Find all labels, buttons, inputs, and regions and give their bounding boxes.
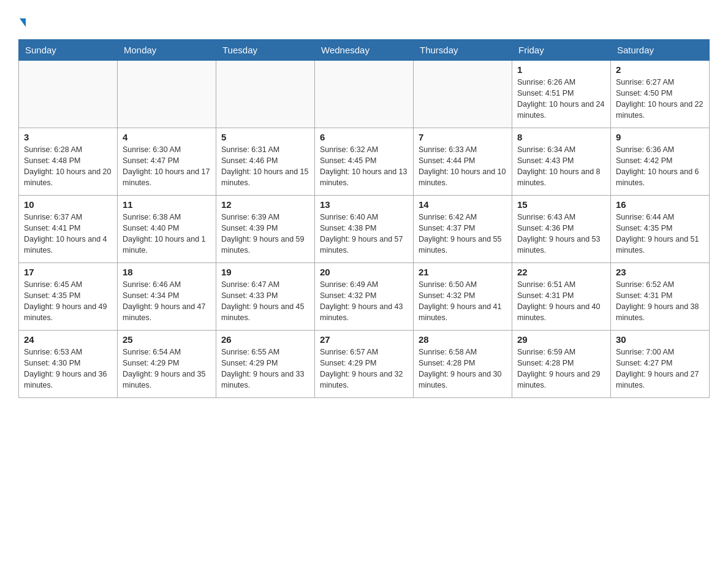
logo-triangle-icon: [20, 18, 26, 27]
day-info: Sunrise: 7:00 AM Sunset: 4:27 PM Dayligh…: [616, 347, 704, 391]
calendar-cell: 10Sunrise: 6:37 AM Sunset: 4:41 PM Dayli…: [19, 196, 118, 263]
day-number: 30: [616, 334, 704, 345]
calendar-cell: 7Sunrise: 6:33 AM Sunset: 4:44 PM Daylig…: [414, 128, 512, 196]
day-info: Sunrise: 6:36 AM Sunset: 4:42 PM Dayligh…: [616, 144, 704, 189]
calendar-cell: [414, 61, 512, 128]
col-header-saturday: Saturday: [611, 40, 710, 61]
calendar-cell: 6Sunrise: 6:32 AM Sunset: 4:45 PM Daylig…: [315, 128, 414, 196]
calendar-cell: 11Sunrise: 6:38 AM Sunset: 4:40 PM Dayli…: [118, 196, 216, 263]
day-number: 16: [616, 199, 704, 210]
col-header-thursday: Thursday: [414, 40, 512, 61]
day-info: Sunrise: 6:44 AM Sunset: 4:35 PM Dayligh…: [616, 212, 704, 256]
calendar-cell: [118, 61, 216, 128]
calendar-cell: 20Sunrise: 6:49 AM Sunset: 4:32 PM Dayli…: [315, 263, 414, 331]
calendar-cell: 8Sunrise: 6:34 AM Sunset: 4:43 PM Daylig…: [512, 128, 611, 196]
day-info: Sunrise: 6:49 AM Sunset: 4:32 PM Dayligh…: [320, 279, 408, 324]
calendar-cell: 4Sunrise: 6:30 AM Sunset: 4:47 PM Daylig…: [118, 128, 216, 196]
day-info: Sunrise: 6:38 AM Sunset: 4:40 PM Dayligh…: [123, 212, 211, 256]
day-info: Sunrise: 6:46 AM Sunset: 4:34 PM Dayligh…: [123, 279, 211, 324]
day-info: Sunrise: 6:43 AM Sunset: 4:36 PM Dayligh…: [517, 212, 605, 256]
day-number: 9: [616, 132, 704, 142]
col-header-monday: Monday: [118, 40, 216, 61]
day-info: Sunrise: 6:58 AM Sunset: 4:28 PM Dayligh…: [419, 347, 507, 391]
col-header-wednesday: Wednesday: [315, 40, 414, 61]
day-number: 4: [123, 132, 211, 142]
calendar-cell: 17Sunrise: 6:45 AM Sunset: 4:35 PM Dayli…: [19, 263, 118, 331]
calendar-cell: 22Sunrise: 6:51 AM Sunset: 4:31 PM Dayli…: [512, 263, 611, 331]
col-header-friday: Friday: [512, 40, 611, 61]
calendar-cell: 15Sunrise: 6:43 AM Sunset: 4:36 PM Dayli…: [512, 196, 611, 263]
calendar-cell: [315, 61, 414, 128]
day-number: 27: [320, 334, 408, 345]
day-number: 12: [221, 199, 309, 210]
logo: [18, 18, 26, 27]
day-info: Sunrise: 6:45 AM Sunset: 4:35 PM Dayligh…: [24, 279, 112, 324]
day-info: Sunrise: 6:32 AM Sunset: 4:45 PM Dayligh…: [320, 144, 408, 189]
calendar-cell: 29Sunrise: 6:59 AM Sunset: 4:28 PM Dayli…: [512, 331, 611, 398]
day-info: Sunrise: 6:40 AM Sunset: 4:38 PM Dayligh…: [320, 212, 408, 256]
calendar-cell: 3Sunrise: 6:28 AM Sunset: 4:48 PM Daylig…: [19, 128, 118, 196]
calendar-cell: [216, 61, 315, 128]
calendar-cell: 12Sunrise: 6:39 AM Sunset: 4:39 PM Dayli…: [216, 196, 315, 263]
calendar-cell: 30Sunrise: 7:00 AM Sunset: 4:27 PM Dayli…: [611, 331, 710, 398]
calendar-week-2: 3Sunrise: 6:28 AM Sunset: 4:48 PM Daylig…: [19, 128, 710, 196]
day-info: Sunrise: 6:31 AM Sunset: 4:46 PM Dayligh…: [221, 144, 309, 189]
day-number: 15: [517, 199, 605, 210]
day-info: Sunrise: 6:30 AM Sunset: 4:47 PM Dayligh…: [123, 144, 211, 189]
day-info: Sunrise: 6:59 AM Sunset: 4:28 PM Dayligh…: [517, 347, 605, 391]
day-number: 3: [24, 132, 112, 142]
calendar-week-4: 17Sunrise: 6:45 AM Sunset: 4:35 PM Dayli…: [19, 263, 710, 331]
day-info: Sunrise: 6:52 AM Sunset: 4:31 PM Dayligh…: [616, 279, 704, 324]
day-info: Sunrise: 6:39 AM Sunset: 4:39 PM Dayligh…: [221, 212, 309, 256]
calendar-cell: 18Sunrise: 6:46 AM Sunset: 4:34 PM Dayli…: [118, 263, 216, 331]
day-number: 6: [320, 132, 408, 142]
day-number: 24: [24, 334, 112, 345]
day-info: Sunrise: 6:33 AM Sunset: 4:44 PM Dayligh…: [419, 144, 507, 189]
day-info: Sunrise: 6:42 AM Sunset: 4:37 PM Dayligh…: [419, 212, 507, 256]
calendar-cell: 25Sunrise: 6:54 AM Sunset: 4:29 PM Dayli…: [118, 331, 216, 398]
day-info: Sunrise: 6:53 AM Sunset: 4:30 PM Dayligh…: [24, 347, 112, 391]
calendar-week-1: 1Sunrise: 6:26 AM Sunset: 4:51 PM Daylig…: [19, 61, 710, 128]
calendar-week-3: 10Sunrise: 6:37 AM Sunset: 4:41 PM Dayli…: [19, 196, 710, 263]
day-number: 26: [221, 334, 309, 345]
day-number: 20: [320, 267, 408, 277]
calendar-cell: 9Sunrise: 6:36 AM Sunset: 4:42 PM Daylig…: [611, 128, 710, 196]
day-info: Sunrise: 6:28 AM Sunset: 4:48 PM Dayligh…: [24, 144, 112, 189]
calendar-cell: 21Sunrise: 6:50 AM Sunset: 4:32 PM Dayli…: [414, 263, 512, 331]
day-number: 2: [616, 64, 704, 75]
day-number: 13: [320, 199, 408, 210]
calendar-cell: 2Sunrise: 6:27 AM Sunset: 4:50 PM Daylig…: [611, 61, 710, 128]
calendar-cell: 13Sunrise: 6:40 AM Sunset: 4:38 PM Dayli…: [315, 196, 414, 263]
col-header-sunday: Sunday: [19, 40, 118, 61]
day-number: 29: [517, 334, 605, 345]
day-number: 5: [221, 132, 309, 142]
calendar-cell: 5Sunrise: 6:31 AM Sunset: 4:46 PM Daylig…: [216, 128, 315, 196]
calendar-table: SundayMondayTuesdayWednesdayThursdayFrid…: [18, 39, 710, 398]
calendar-cell: 28Sunrise: 6:58 AM Sunset: 4:28 PM Dayli…: [414, 331, 512, 398]
day-number: 19: [221, 267, 309, 277]
day-info: Sunrise: 6:27 AM Sunset: 4:50 PM Dayligh…: [616, 77, 704, 121]
day-number: 8: [517, 132, 605, 142]
day-number: 1: [517, 64, 605, 75]
calendar-cell: 23Sunrise: 6:52 AM Sunset: 4:31 PM Dayli…: [611, 263, 710, 331]
day-number: 10: [24, 199, 112, 210]
day-number: 7: [419, 132, 507, 142]
day-info: Sunrise: 6:57 AM Sunset: 4:29 PM Dayligh…: [320, 347, 408, 391]
day-number: 14: [419, 199, 507, 210]
page-header: [18, 18, 710, 27]
day-number: 22: [517, 267, 605, 277]
day-number: 11: [123, 199, 211, 210]
day-number: 18: [123, 267, 211, 277]
calendar-cell: 26Sunrise: 6:55 AM Sunset: 4:29 PM Dayli…: [216, 331, 315, 398]
day-number: 25: [123, 334, 211, 345]
day-number: 21: [419, 267, 507, 277]
calendar-week-5: 24Sunrise: 6:53 AM Sunset: 4:30 PM Dayli…: [19, 331, 710, 398]
calendar-cell: 19Sunrise: 6:47 AM Sunset: 4:33 PM Dayli…: [216, 263, 315, 331]
day-info: Sunrise: 6:51 AM Sunset: 4:31 PM Dayligh…: [517, 279, 605, 324]
calendar-cell: 27Sunrise: 6:57 AM Sunset: 4:29 PM Dayli…: [315, 331, 414, 398]
day-info: Sunrise: 6:54 AM Sunset: 4:29 PM Dayligh…: [123, 347, 211, 391]
day-info: Sunrise: 6:50 AM Sunset: 4:32 PM Dayligh…: [419, 279, 507, 324]
calendar-cell: 16Sunrise: 6:44 AM Sunset: 4:35 PM Dayli…: [611, 196, 710, 263]
col-header-tuesday: Tuesday: [216, 40, 315, 61]
calendar-cell: [19, 61, 118, 128]
